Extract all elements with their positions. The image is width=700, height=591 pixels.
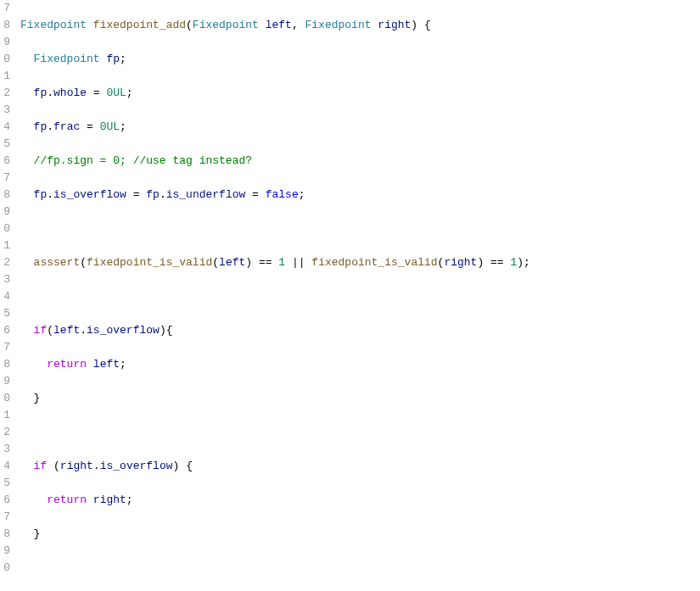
line-number: 0 — [0, 560, 10, 577]
code-line[interactable]: asssert(fixedpoint_is_valid(left) == 1 |… — [20, 254, 530, 271]
code-line[interactable]: Fixedpoint fp; — [20, 51, 530, 68]
type-token: Fixedpoint — [20, 19, 87, 31]
line-number: 5 — [0, 136, 10, 153]
line-number: 6 — [0, 492, 10, 509]
line-number: 8 — [0, 17, 10, 34]
code-line[interactable]: if (right.is_overflow) { — [20, 458, 530, 475]
line-number: 3 — [0, 102, 10, 119]
line-number: 6 — [0, 153, 10, 170]
function-name: fixedpoint_add — [93, 19, 186, 31]
line-number: 0 — [0, 220, 10, 237]
line-number: 8 — [0, 187, 10, 204]
line-number: 1 — [0, 237, 10, 254]
line-number: 3 — [0, 271, 10, 288]
line-number: 9 — [0, 34, 10, 51]
comment: //fp.sign = 0; //use tag instead? — [34, 154, 252, 167]
code-line[interactable]: //fp.sign = 0; //use tag instead? — [20, 153, 530, 170]
code-line[interactable]: fp.is_overflow = fp.is_underflow = false… — [20, 187, 530, 204]
line-number: 5 — [0, 475, 10, 492]
line-number: 2 — [0, 424, 10, 441]
line-number: 8 — [0, 356, 10, 373]
line-number: 4 — [0, 288, 10, 305]
code-line[interactable]: fp.whole = 0UL; — [20, 85, 530, 102]
line-number: 2 — [0, 85, 10, 102]
line-number: 7 — [0, 509, 10, 526]
code-line[interactable] — [20, 560, 530, 577]
code-line[interactable]: return left; — [20, 356, 530, 373]
code-editor[interactable]: Fixedpoint fixedpoint_add(Fixedpoint lef… — [17, 0, 530, 591]
line-number: 7 — [0, 170, 10, 187]
line-number: 8 — [0, 526, 10, 543]
line-number: 1 — [0, 68, 10, 85]
line-number: 0 — [0, 51, 10, 68]
line-number: 1 — [0, 407, 10, 424]
code-line[interactable]: if(left.is_overflow){ — [20, 322, 530, 339]
line-number: 9 — [0, 543, 10, 560]
line-number: 2 — [0, 254, 10, 271]
line-number: 9 — [0, 204, 10, 220]
code-line[interactable]: } — [20, 390, 530, 407]
line-number-gutter: 7 8 9 0 1 2 3 4 5 6 7 8 9 0 1 2 3 4 5 6 … — [0, 0, 17, 591]
line-number: 3 — [0, 441, 10, 458]
line-number: 0 — [0, 390, 10, 407]
line-number: 9 — [0, 373, 10, 390]
line-number: 4 — [0, 458, 10, 475]
line-number: 7 — [0, 0, 10, 17]
line-number: 6 — [0, 322, 10, 339]
line-number: 7 — [0, 339, 10, 356]
line-number: 4 — [0, 119, 10, 136]
code-line[interactable] — [20, 220, 530, 237]
code-line[interactable] — [20, 288, 530, 305]
code-line[interactable]: return right; — [20, 492, 530, 509]
code-line[interactable]: Fixedpoint fixedpoint_add(Fixedpoint lef… — [20, 17, 530, 34]
code-line[interactable]: fp.frac = 0UL; — [20, 119, 530, 136]
line-number: 5 — [0, 305, 10, 322]
code-line[interactable] — [20, 424, 530, 441]
code-line[interactable]: } — [20, 526, 530, 543]
